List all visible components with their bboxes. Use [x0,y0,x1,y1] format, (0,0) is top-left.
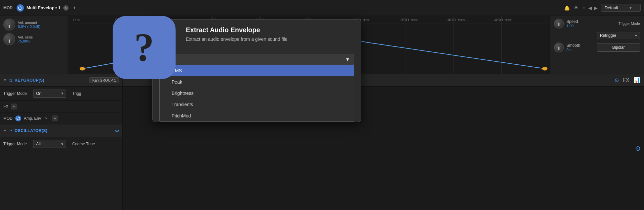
top-bar-icons: 🔔 👁 ≡ [564,5,585,11]
popup-content-area: Extract Audio Envelope Extract an audio … [152,19,361,122]
transients-label: Transients [172,102,193,107]
top-bar: MOD Multi Envelope 1 × + 🔔 👁 ≡ ◀ ▶ Defau… [0,0,644,16]
mod-label: MOD [3,6,13,10]
nav-next-button[interactable]: ▶ [593,5,598,11]
help-icon-bubble: ? [113,16,176,79]
method-dropdown[interactable]: RMS ▼ [159,54,354,65]
method-option-peak[interactable]: Peak [160,76,354,88]
method-option-brightness[interactable]: Brightness [160,88,354,99]
method-dropdown-arrow: ▼ [345,57,350,62]
menu-icon[interactable]: ≡ [582,5,585,11]
preset-dropdown[interactable]: Default ▼ [601,4,641,12]
brightness-label: Brightness [172,91,193,96]
bell-icon[interactable]: 🔔 [564,5,570,11]
eye-icon[interactable]: 👁 [574,5,578,11]
nav-prev-button[interactable]: ◀ [588,5,593,11]
preset-name: Default [605,5,618,10]
method-option-pitchmod[interactable]: PitchMod [160,110,354,121]
nav-arrows: ◀ ▶ [588,5,598,11]
add-tab-button[interactable]: + [71,5,78,11]
method-option-rms[interactable]: ✓ RMS [160,65,354,76]
preset-dropdown-arrow: ▼ [629,6,632,10]
popup-title: Extract Audio Envelope [186,26,354,34]
help-question-mark: ? [134,28,154,67]
method-options-list: ✓ RMS Peak Brightness Transients P [159,65,354,122]
method-option-transients[interactable]: Transients [160,99,354,110]
peak-label: Peak [172,79,182,85]
method-label: Method [159,47,354,52]
extract-popup[interactable]: ? Extract Audio Envelope Extract an audi… [119,19,361,122]
pitchmod-label: PitchMod [172,113,191,118]
close-tab-button[interactable]: × [63,5,69,11]
power-button[interactable] [17,4,24,12]
tab-title: Multi Envelope 1 [27,5,61,10]
popup-overlay: ? Extract Audio Envelope Extract an audi… [0,16,644,210]
popup-description: Extract an audio envelope from a given s… [186,36,354,42]
